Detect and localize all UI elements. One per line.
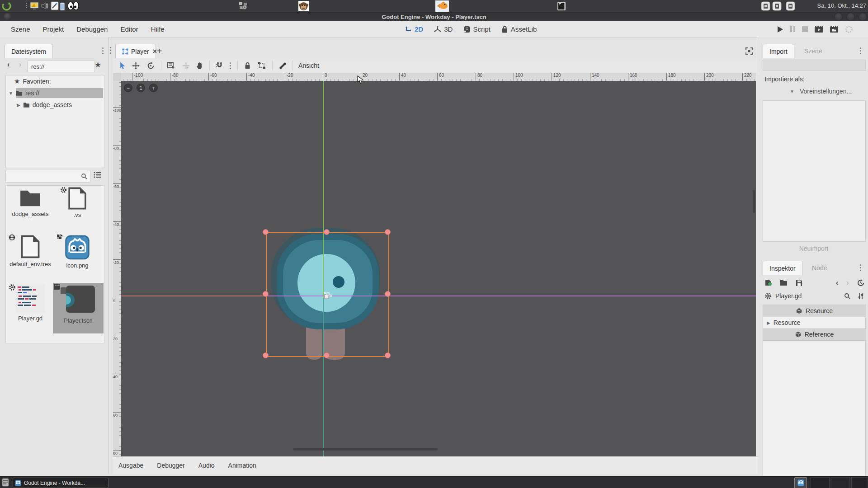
search-icon[interactable] — [844, 293, 850, 299]
viewport-canvas[interactable]: − 1 + — [121, 81, 756, 456]
play-custom-scene-button[interactable] — [830, 25, 839, 33]
lock-object-icon[interactable] — [241, 62, 254, 69]
window-button-2-icon[interactable] — [772, 1, 782, 11]
clock[interactable]: Sa, 10. Okt., 14:27 — [809, 2, 866, 9]
tab-scene-player[interactable]: Player × — [115, 44, 156, 58]
selection-handle-tm[interactable] — [324, 229, 330, 235]
file-item-player-tscn[interactable]: Player.tscn — [53, 283, 104, 333]
chevron-right-icon[interactable]: ▶ — [17, 103, 20, 108]
snap-options-menu-icon[interactable] — [230, 62, 231, 69]
fish-applet-icon[interactable] — [435, 0, 449, 12]
display-settings-icon[interactable] — [30, 2, 39, 10]
rotate-tool-icon[interactable] — [143, 62, 158, 70]
expand-viewport-icon[interactable] — [745, 47, 753, 55]
tree-dodge-assets[interactable]: ▶ dodge_assets — [6, 99, 104, 111]
tasklist-applet-icon[interactable] — [1, 478, 9, 487]
file-item-dodge-assets[interactable]: dodge_assets — [8, 187, 53, 218]
vertical-scrollbar[interactable] — [753, 190, 755, 213]
menu-szene[interactable]: Szene — [10, 25, 31, 33]
pager-applet[interactable] — [811, 477, 830, 488]
zoom-out-button[interactable]: − — [124, 84, 132, 92]
pivot-tool-icon[interactable] — [179, 62, 193, 70]
chevron-down-icon[interactable]: ▼ — [9, 91, 13, 96]
selection-handle-bl[interactable] — [263, 352, 269, 358]
section-reference[interactable]: Reference — [763, 328, 865, 341]
nav-forward-button[interactable]: › — [19, 61, 21, 69]
dock-splitter-grip[interactable] — [110, 47, 111, 54]
save-resource-icon[interactable] — [796, 280, 802, 286]
snap-toggle-icon[interactable] — [212, 62, 226, 69]
bottom-tab-audio[interactable]: Audio — [197, 462, 217, 469]
window-button-1-icon[interactable] — [761, 1, 770, 11]
path-field[interactable]: res:// — [27, 61, 95, 72]
file-item-default-env[interactable]: default_env.tres — [8, 234, 53, 268]
reimport-button[interactable]: Neuimport — [763, 241, 865, 255]
selection-handle-bm[interactable] — [324, 352, 330, 358]
play-scene-button[interactable] — [814, 25, 823, 33]
taskbar-window-button[interactable]: Godot Engine - Workda... — [13, 478, 108, 488]
desktop-logo-icon[interactable] — [2, 1, 11, 11]
list-select-tool-icon[interactable] — [164, 62, 179, 69]
section-resource[interactable]: Resource — [763, 305, 865, 317]
menu-editor[interactable]: Editor — [119, 25, 139, 33]
move-tool-icon[interactable] — [128, 62, 143, 70]
position-gizmo-icon[interactable] — [324, 291, 332, 300]
close-icon[interactable]: × — [153, 47, 157, 56]
preset-dropdown[interactable]: ▼ Voreinstellungen... — [790, 88, 852, 95]
eyes-icon[interactable] — [67, 1, 79, 11]
pager-applet-2[interactable] — [831, 477, 850, 488]
dock-menu-icon[interactable] — [860, 47, 861, 54]
play-button[interactable] — [777, 26, 783, 33]
workspace-3d-button[interactable]: 3D — [434, 25, 453, 33]
close-button[interactable] — [859, 13, 867, 21]
menu-projekt[interactable]: Projekt — [42, 25, 65, 33]
selection-handle-ml[interactable] — [263, 291, 269, 297]
wand-tool-icon[interactable] — [51, 1, 59, 10]
new-scene-tab-button[interactable]: + — [157, 46, 162, 56]
nav-back-button[interactable]: ‹ — [7, 61, 9, 69]
object-history-icon[interactable] — [857, 279, 864, 286]
workspace-assetlib-button[interactable]: AssetLib — [501, 25, 537, 33]
tab-inspektor[interactable]: Inspektor — [763, 261, 802, 275]
horizontal-scrollbar[interactable] — [293, 448, 438, 450]
history-back-icon[interactable]: ‹ — [836, 279, 838, 287]
stop-button[interactable] — [802, 26, 808, 32]
tab-szene-right[interactable]: Szene — [798, 44, 829, 58]
workspace-script-button[interactable]: Script — [463, 25, 490, 33]
history-forward-icon[interactable]: › — [846, 279, 849, 287]
tab-import[interactable]: Import — [763, 44, 794, 58]
selection-handle-mr[interactable] — [385, 291, 391, 297]
view-menu[interactable]: Ansicht — [298, 62, 319, 69]
tree-root-res[interactable]: ▼ res:// — [6, 87, 104, 99]
dock-menu-icon[interactable] — [102, 47, 104, 54]
pause-button[interactable] — [790, 26, 796, 33]
tree-favorites[interactable]: ★ Favoriten: — [6, 75, 104, 87]
tab-dateisystem[interactable]: Dateisystem — [5, 44, 53, 58]
maximize-button[interactable] — [846, 13, 855, 21]
select-tool-icon[interactable] — [117, 62, 128, 70]
file-item-player-gd[interactable]: Player.gd — [8, 284, 53, 323]
minimize-button[interactable] — [834, 13, 843, 21]
file-list-view-toggle-icon[interactable] — [94, 171, 101, 178]
selection-handle-tl[interactable] — [263, 229, 269, 235]
zoom-in-button[interactable]: + — [149, 84, 158, 92]
pan-tool-icon[interactable] — [193, 62, 207, 70]
monkey-app-icon[interactable] — [298, 1, 309, 11]
property-row-resource[interactable]: ▶ Resource — [763, 317, 865, 328]
bottom-tab-debugger[interactable]: Debugger — [155, 462, 187, 469]
menu-hilfe[interactable]: Hilfe — [150, 25, 165, 33]
terminal-icon[interactable] — [557, 1, 566, 11]
battery-icon[interactable] — [59, 1, 66, 11]
volume-icon[interactable] — [41, 2, 49, 10]
title-bar-menu-button[interactable] — [4, 13, 11, 21]
selection-handle-tr[interactable] — [385, 229, 391, 235]
file-item-vs[interactable]: .vs — [55, 187, 100, 219]
new-resource-icon[interactable] — [764, 279, 772, 287]
load-resource-icon[interactable] — [780, 280, 788, 286]
trash-applet[interactable] — [851, 477, 868, 488]
tab-node[interactable]: Node — [806, 261, 833, 275]
group-object-icon[interactable] — [254, 62, 269, 69]
file-search-input[interactable] — [5, 170, 90, 183]
import-type-field[interactable] — [763, 60, 866, 71]
skeleton-options-icon[interactable] — [275, 62, 290, 70]
